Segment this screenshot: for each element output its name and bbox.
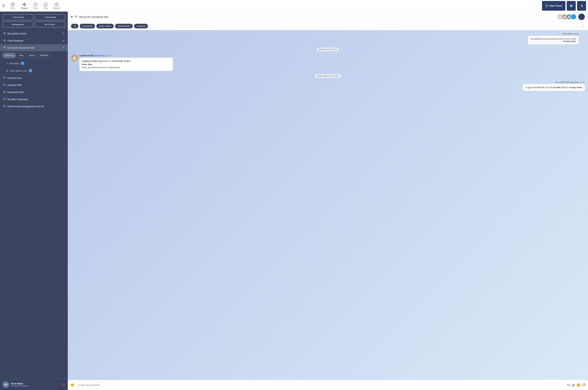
board-name-team-work: Team Work on OC <box>10 70 27 72</box>
svg-point-55 <box>4 98 5 99</box>
sub-tab-members[interactable]: Members <box>38 53 51 58</box>
filter-tab-timer[interactable]: Timer entries <box>96 24 114 28</box>
my-groups-button[interactable]: My Groups <box>35 21 65 27</box>
svg-point-40 <box>4 77 5 78</box>
sidebar-item-blue-bands[interactable]: Blue Bands Clients ⚙ <box>0 30 68 37</box>
sidebar-item-internals-fma[interactable]: Internals FMA <box>0 82 68 89</box>
svg-point-61 <box>3 106 4 106</box>
more-options-icon[interactable]: ⋮ <box>581 24 585 28</box>
chat-header: ♥ Get an OC Account for free NA 🌐 📞 <box>68 12 588 22</box>
gear-icon-client-db[interactable]: ⚙ <box>62 39 65 42</box>
board-item-first-steps[interactable]: ≡ First steps 7 <box>0 60 68 67</box>
svg-point-72 <box>74 56 75 58</box>
svg-point-67 <box>77 16 77 17</box>
filter-tab-uploads[interactable]: Uploads/Files <box>115 24 133 28</box>
svg-point-48 <box>4 84 5 84</box>
sidebar-item-label-mcdowell: McDowell Client <box>7 91 65 94</box>
emoji-icon[interactable]: 😊 <box>577 383 581 387</box>
filter-tab-assigned[interactable]: Assigned <box>134 24 148 28</box>
management-button[interactable]: Management <box>2 21 33 27</box>
gear-icon-get-oc[interactable]: ⚙ <box>62 47 65 49</box>
sub-tab-status[interactable]: Status <box>27 53 37 58</box>
for-text: for <box>109 60 112 62</box>
nav-manage[interactable]: Manage <box>51 1 62 10</box>
sidebar-item-online-pm[interactable]: Online Project Management with OC <box>0 103 68 110</box>
svg-point-57 <box>5 99 6 99</box>
logged-prefix: Logged <box>525 86 533 89</box>
filter-tab-all[interactable]: All <box>71 24 78 28</box>
group-icon-tour <box>3 76 6 80</box>
smiley-icon[interactable]: 🙂 <box>70 383 74 387</box>
msg-options-horst[interactable]: ⋮ <box>517 84 521 88</box>
heart-icon[interactable]: ♥ <box>71 15 73 19</box>
svg-point-41 <box>3 78 4 78</box>
power-icon[interactable]: ⏻ <box>62 383 65 387</box>
user-role: OC Set UP Enterprise <box>11 385 60 387</box>
svg-point-44 <box>4 78 5 79</box>
msg-horst-header: Horst Müller @Assign tasks, 11:12 <box>523 81 585 83</box>
nav-infos[interactable]: Infos <box>41 1 50 10</box>
send-icon[interactable] <box>582 383 586 387</box>
group-link-icon[interactable] <box>75 15 77 18</box>
gear-icon-blue-bands[interactable]: ⚙ <box>62 32 65 35</box>
for-text2: for <box>547 86 550 89</box>
nav-items: ToDo's Groups Chats Infos Manage <box>8 1 542 10</box>
sidebar-item-client-db[interactable]: Client Database ⚙ <box>0 37 68 44</box>
svg-point-70 <box>564 16 565 17</box>
nav-chats[interactable]: Chats <box>31 1 40 10</box>
board-item-team-work[interactable]: ⊞ Team Work on OC 2 <box>0 67 68 74</box>
start-timer-button[interactable]: Start Timer <box>542 1 565 11</box>
logged-date: 19-10-2020 13:44 <box>112 60 129 62</box>
sub-tab-files[interactable]: Files <box>17 53 26 58</box>
svg-point-54 <box>4 93 5 93</box>
menu-lines-button[interactable] <box>567 1 576 11</box>
nav-groups-label: Groups <box>21 7 27 9</box>
msg-options-sys1[interactable]: ⋮ <box>580 36 585 41</box>
msg-sys1-container: Horst Müller, 15:24 Has attached and sub… <box>528 33 579 45</box>
new-group-button[interactable]: + New Group <box>2 14 33 20</box>
msg-options-angelina[interactable]: ⋮ <box>580 60 585 65</box>
nav-todos[interactable]: ToDo's <box>8 1 18 10</box>
svg-point-3 <box>25 4 26 5</box>
sidebar-groups-list: Blue Bands Clients ⚙ Client Database ⚙ G… <box>0 30 68 379</box>
hamburger-icon[interactable]: ☰ <box>2 4 5 8</box>
phone-icon[interactable]: 📞 <box>578 14 585 20</box>
logged-text: logged <box>98 60 105 62</box>
date-divider-2: Wednesday, 21 Oct 2020 <box>71 74 585 79</box>
svg-point-27 <box>5 33 6 34</box>
sidebar-item-mr-miller[interactable]: Mr Miller Newspaper <box>0 96 68 103</box>
nav-manage-label: Manage <box>53 7 60 9</box>
board-name-first-steps: First steps <box>9 62 19 65</box>
msg-sys1-sender: Horst Müller, 15:24 <box>528 33 579 35</box>
enter-data-task: Enter data <box>82 63 92 66</box>
sidebar-item-get-oc[interactable]: Get an OC Account for free ⚙ <box>0 44 68 51</box>
filter-tab-comments[interactable]: Comments <box>80 24 95 28</box>
svg-point-51 <box>3 92 4 92</box>
sidebar-item-label-blue-bands: Blue Bands Clients <box>7 32 61 35</box>
nav-infos-label: Infos <box>44 7 48 9</box>
nav-groups[interactable]: Groups <box>19 1 30 10</box>
sub-tabs: Chat+Log Files Status Members <box>0 51 68 60</box>
at-icon[interactable]: @ <box>572 383 575 387</box>
list-button[interactable] <box>577 1 586 11</box>
sidebar-item-mcdowell[interactable]: McDowell Client <box>0 89 68 96</box>
group-icon-online-pm <box>3 105 6 108</box>
svg-point-46 <box>3 85 4 85</box>
svg-rect-0 <box>11 3 14 6</box>
chat-input[interactable] <box>76 382 565 388</box>
date-text-1: Monday, 19 Oct 2020 <box>317 48 339 51</box>
svg-point-63 <box>4 105 5 105</box>
group-icon-client-db <box>3 39 6 42</box>
sub-tab-chat-log[interactable]: Chat+Log <box>2 53 16 58</box>
angelina-name: Angelina Krafft <box>82 60 97 62</box>
msg-sys1-bubble: Has attached and subscribed Linda Gums t… <box>528 36 579 45</box>
sidebar-item-label-client-db: Client Database <box>7 39 61 42</box>
nav-chats-label: Chats <box>33 7 38 9</box>
svg-point-43 <box>4 77 5 77</box>
format-icon[interactable]: Aa <box>567 384 570 387</box>
sidebar-item-group-tour[interactable]: Group for tour <box>0 74 68 82</box>
avatar-blue: 🌐 <box>571 14 576 20</box>
mention-enter-data: @Enter data, <box>94 54 106 57</box>
new-board-button[interactable]: + New Board <box>35 14 65 20</box>
sender-label: Horst Müller, 15:24 <box>562 33 579 35</box>
